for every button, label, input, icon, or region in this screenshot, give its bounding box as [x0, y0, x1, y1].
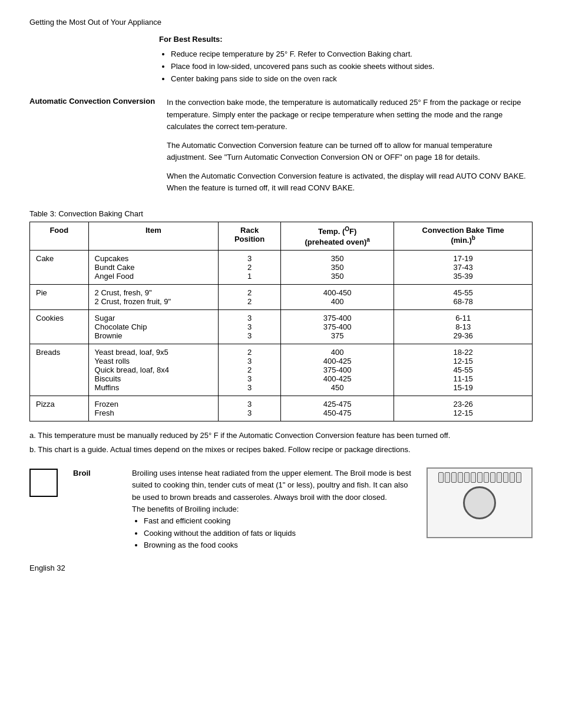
item-cell: 2 Crust, fresh, 9"2 Crust, frozen fruit,…	[88, 285, 219, 310]
time-cell: 17-1937-4335-39	[394, 251, 533, 285]
broil-para-1: Broiling uses intense heat radiated from…	[132, 467, 415, 503]
best-results-title: For Best Results:	[159, 35, 533, 44]
temp-cell: 350350350	[281, 251, 394, 285]
food-cell: Cookies	[30, 310, 89, 344]
table-row: Cookies SugarChocolate ChipBrownie 333 3…	[30, 310, 533, 344]
page-header: Getting the Most Out of Your Appliance	[29, 18, 533, 27]
list-item: Browning as the food cooks	[144, 539, 415, 552]
auto-conversion-label: Automatic Convection Conversion	[29, 97, 167, 201]
auto-conversion-para-2: The Automatic Convection Conversion feat…	[167, 140, 533, 163]
broil-content: Broiling uses intense heat radiated from…	[132, 467, 415, 552]
food-cell: Cake	[30, 251, 89, 285]
table-caption: Table 3: Convection Baking Chart	[29, 209, 533, 218]
auto-conversion-content: In the convection bake mode, the tempera…	[167, 97, 533, 201]
item-cell: Yeast bread, loaf, 9x5Yeast rollsQuick b…	[88, 344, 219, 396]
temp-cell: 425-475450-475	[281, 396, 394, 421]
table-row: Cake CupcakesBundt CakeAngel Food 321 35…	[30, 251, 533, 285]
footnote-b: b. This chart is a guide. Actual times d…	[29, 444, 533, 456]
table-row: Pizza FrozenFresh 33 425-475450-475 23-2…	[30, 396, 533, 421]
item-cell: SugarChocolate ChipBrownie	[88, 310, 219, 344]
temp-cell: 375-400375-400375	[281, 310, 394, 344]
broil-icon	[29, 469, 58, 497]
list-item: Fast and efficient cooking	[144, 515, 415, 528]
temp-cell: 400-450400	[281, 285, 394, 310]
time-cell: 18-2212-1545-5511-1515-19	[394, 344, 533, 396]
rack-cell: 321	[219, 251, 281, 285]
item-cell: FrozenFresh	[88, 396, 219, 421]
footnotes: a. This temperature must be manually red…	[29, 430, 533, 456]
page-footer: English 32	[29, 564, 533, 572]
auto-conversion-para-3: When the Automatic Convection Conversion…	[167, 170, 533, 194]
list-item: Center baking pans side to side on the o…	[171, 73, 533, 85]
food-cell: Pizza	[30, 396, 89, 421]
col-rack: RackPosition	[219, 222, 281, 251]
rack-cell: 333	[219, 310, 281, 344]
baking-chart-table: Food Item RackPosition Temp. (OF)(prehea…	[29, 222, 533, 421]
table-row: Pie 2 Crust, fresh, 9"2 Crust, frozen fr…	[30, 285, 533, 310]
rack-cell: 23233	[219, 344, 281, 396]
item-cell: CupcakesBundt CakeAngel Food	[88, 251, 219, 285]
rack-cell: 33	[219, 396, 281, 421]
footnote-a: a. This temperature must be manually red…	[29, 430, 533, 442]
food-cell: Pie	[30, 285, 89, 310]
list-item: Reduce recipe temperature by 25° F. Refe…	[171, 48, 533, 61]
time-cell: 23-2612-15	[394, 396, 533, 421]
broil-label: Broil	[73, 467, 132, 477]
col-item: Item	[88, 222, 219, 251]
col-food: Food	[30, 222, 89, 251]
broil-benefits: Fast and efficient cooking Cooking witho…	[144, 515, 415, 552]
time-cell: 45-5568-78	[394, 285, 533, 310]
col-temp: Temp. (OF)(preheated oven)a	[281, 222, 394, 251]
broil-para-2: The benefits of Broiling include:	[132, 503, 415, 515]
table-row: Breads Yeast bread, loaf, 9x5Yeast rolls…	[30, 344, 533, 396]
best-results-list: Reduce recipe temperature by 25° F. Refe…	[171, 48, 533, 85]
list-item: Place food in low-sided, uncovered pans …	[171, 61, 533, 73]
list-item: Cooking without the addition of fats or …	[144, 528, 415, 540]
auto-conversion-section: Automatic Convection Conversion In the c…	[29, 97, 533, 201]
broil-section: Broil Broiling uses intense heat radiate…	[29, 467, 533, 552]
food-cell: Breads	[30, 344, 89, 396]
temp-cell: 400400-425375-400400-425450	[281, 344, 394, 396]
rack-cell: 22	[219, 285, 281, 310]
col-time: Convection Bake Time(min.)b	[394, 222, 533, 251]
broil-oven-diagram	[427, 467, 533, 538]
time-cell: 6-118-1329-36	[394, 310, 533, 344]
auto-conversion-para-1: In the convection bake mode, the tempera…	[167, 97, 533, 132]
